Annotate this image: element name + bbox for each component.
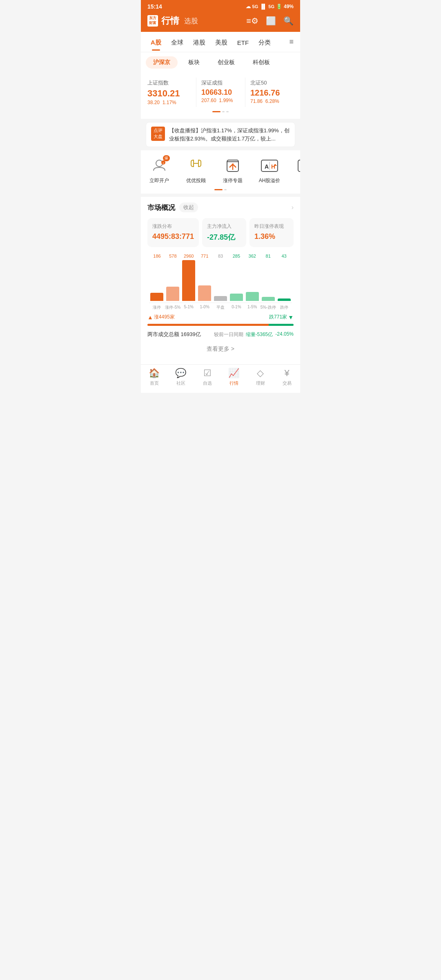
news-banner[interactable]: 点评 大盘 【收盘播报】沪指涨1.17%，深证成指涨1.99%，创业板指涨2.9…: [146, 122, 295, 147]
search-icon[interactable]: 🔍: [283, 16, 294, 26]
index-value-north50: 1216.76: [250, 88, 289, 98]
index-card-north50[interactable]: 北证50 1216.76 71.86 6.28%: [245, 78, 294, 107]
bar-bottom-flat: 平盘: [213, 305, 229, 310]
feature-label-investment: 优优投顾: [186, 177, 206, 184]
subnav-sector[interactable]: 板块: [181, 56, 207, 69]
bar-item-dn1to5: [245, 292, 260, 301]
header-subtitle: 选股: [184, 16, 198, 26]
news-badge: 点评 大盘: [151, 127, 165, 141]
tab-hk[interactable]: 港股: [188, 33, 210, 51]
stat-label-limit-perf: 昨日涨停表现: [254, 223, 289, 230]
nav-market[interactable]: 📈 行情: [220, 368, 247, 386]
bar-item-dn5: [261, 297, 276, 301]
total-volume-label: 两市成交总额 16939亿: [147, 331, 201, 338]
bar-top-2960: 2960: [181, 254, 197, 258]
signal-5g: 5G: [252, 4, 258, 9]
subnav-shanghai-shenzhen[interactable]: 沪深京: [146, 56, 178, 69]
feature-label-limit-up: 涨停专题: [223, 177, 243, 184]
market-section: 市场概况 收起 › 涨跌分布 4495:83:771 主力净流入 -27.85亿…: [141, 197, 300, 364]
rise-count-text: ▲ 涨4495家: [147, 314, 175, 321]
feature-limit-up[interactable]: 涨停专题: [214, 157, 251, 184]
dot-active: [212, 111, 220, 112]
feature-icon-wrap-open-account: + 爆: [150, 157, 168, 175]
volume-change: 较前一日同期 缩量-5365亿 -24.05%: [214, 331, 294, 338]
index-name-shenzhen: 深证成指: [201, 79, 240, 87]
watchlist-icon: ☑: [203, 368, 212, 379]
nav-finance[interactable]: ◇ 理财: [247, 368, 274, 386]
tab-etf[interactable]: ETF: [232, 33, 254, 50]
bar-bottom-limitdn: 跌停: [276, 305, 292, 310]
bar-flat: [214, 296, 227, 301]
progress-fall: [269, 324, 294, 326]
tab-global[interactable]: 全球: [166, 33, 188, 51]
subnav-chinext[interactable]: 创业板: [210, 56, 242, 69]
market-arrow-icon[interactable]: ›: [292, 204, 294, 211]
bar-top-81: 81: [260, 254, 276, 258]
filter-icon[interactable]: ≡⚙: [246, 16, 258, 26]
nav-label-home: 首页: [150, 380, 159, 386]
nav-label-finance: 理财: [256, 380, 265, 386]
stat-card-flow[interactable]: 主力净流入 -27.85亿: [202, 218, 246, 247]
bar-item-limit-up: [149, 293, 164, 301]
nav-home[interactable]: 🏠 首页: [141, 368, 167, 386]
bar-item-up0to1: [197, 285, 212, 301]
trade-icon: ¥: [284, 368, 289, 379]
index-value-shanghai: 3310.21: [147, 88, 191, 99]
market-collapse-button[interactable]: 收起: [179, 203, 198, 212]
stat-card-distribution[interactable]: 涨跌分布 4495:83:771: [147, 218, 199, 247]
distribution-chart: 186 578 2960 771 83 285 362 81 43: [147, 254, 294, 310]
feature-investment[interactable]: 优优投顾: [178, 157, 214, 184]
ah-premium-icon: A H: [261, 157, 278, 175]
market-title: 市场概况: [147, 203, 175, 212]
bar-item-limit-dn: [277, 298, 292, 301]
share-icon[interactable]: ⬜: [266, 16, 276, 26]
dot-inactive-2: [226, 111, 229, 112]
nav-label-community: 社区: [176, 380, 185, 386]
app-logo: 东方 财富: [147, 15, 158, 26]
bar-dn5: [262, 297, 275, 301]
bar-dn1to5: [246, 292, 259, 301]
stat-value-limit-perf: 1.36%: [254, 232, 289, 241]
progress-rise: [147, 324, 269, 326]
svg-rect-9: [298, 160, 300, 172]
bar-item-up5: [165, 287, 180, 301]
view-more-button[interactable]: 查看更多 >: [147, 340, 294, 359]
svg-text:H: H: [271, 163, 275, 170]
nav-trade[interactable]: ¥ 交易: [274, 368, 300, 386]
bar-top-186: 186: [149, 254, 165, 258]
bar-item-up1to5: [181, 260, 196, 301]
bar-limit-dn: [278, 298, 291, 301]
stats-cards: 涨跌分布 4495:83:771 主力净流入 -27.85亿 昨日涨停表现 1.…: [147, 218, 294, 247]
volume-info: 两市成交总额 16939亿 较前一日同期 缩量-5365亿 -24.05%: [147, 331, 294, 338]
bar-top-362: 362: [244, 254, 260, 258]
nav-label-watchlist: 自选: [203, 380, 212, 386]
bar-top-83: 83: [213, 254, 229, 258]
compare-change: 缩量-5365亿: [246, 331, 273, 338]
nav-watchlist[interactable]: ☑ 自选: [194, 368, 220, 386]
bar-up1to5: [182, 260, 195, 301]
index-card-shenzhen[interactable]: 深证成指 10663.10 207.60 1.99%: [196, 78, 245, 107]
tab-us[interactable]: 美股: [210, 33, 232, 51]
tab-a-shares[interactable]: A股: [146, 33, 166, 51]
feature-icons-row: + 爆 立即开户 优优投顾: [141, 150, 300, 189]
feature-open-account[interactable]: + 爆 立即开户: [141, 157, 178, 184]
tab-more-icon[interactable]: ≡: [287, 32, 295, 52]
nav-community[interactable]: 💬 社区: [167, 368, 194, 386]
investment-icon: [187, 157, 205, 175]
news-badge-top: 点评: [154, 127, 163, 134]
app-header: 东方 财富 行情 选股 ≡⚙ ⬜ 🔍: [141, 11, 300, 32]
index-section: 上证指数 3310.21 38.20 1.17% 深证成指 10663.10 2…: [141, 73, 300, 119]
nav-label-market: 行情: [229, 380, 238, 386]
index-name-north50: 北证50: [250, 79, 289, 87]
feature-ah-premium[interactable]: A H AH股溢价: [251, 157, 288, 184]
subnav-star[interactable]: 科创板: [245, 56, 277, 69]
tab-category[interactable]: 分类: [254, 33, 276, 51]
index-card-shanghai[interactable]: 上证指数 3310.21 38.20 1.17%: [147, 78, 196, 107]
feature-icon-wrap-limit-up: [224, 157, 242, 175]
stat-card-limit-perf[interactable]: 昨日涨停表现 1.36%: [249, 218, 294, 247]
bar-top-771: 771: [197, 254, 213, 258]
wifi-icon: ☁: [246, 4, 251, 9]
status-right: ☁ 5G ▐▌ 5G 🔋 49%: [246, 4, 294, 9]
bar-bottom-5up: 涨停-5%: [165, 305, 181, 310]
feature-et[interactable]: ET ET...: [288, 157, 300, 184]
